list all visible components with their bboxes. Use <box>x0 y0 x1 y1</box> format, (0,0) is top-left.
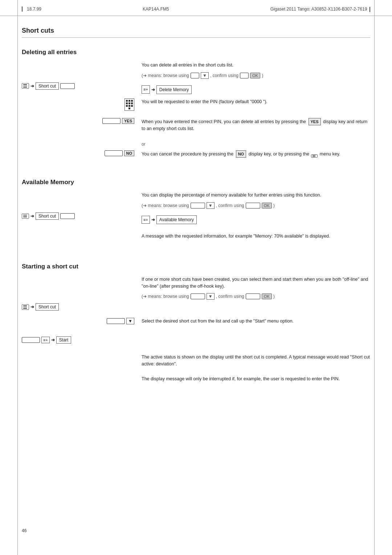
menu-ref-text: menu key. <box>320 151 340 157</box>
interrupt-text: The display message will only be interru… <box>142 376 370 382</box>
starting-left-empty <box>22 276 138 302</box>
down-arrow-left: ▼ <box>22 318 138 324</box>
yes-row: YES When you have entered the correct PI… <box>22 118 370 132</box>
starting-nav-row: ➔ Short cut <box>22 303 370 311</box>
no-text: You can cancel the procedure by pressing… <box>138 150 370 158</box>
memory-result-block: A message with the requested information… <box>22 233 370 243</box>
or-row: or <box>22 139 370 149</box>
active-left <box>22 354 138 386</box>
start-btn: Start <box>56 336 71 344</box>
yes-line-btn <box>102 118 121 124</box>
ok-label-1: OK <box>250 73 260 78</box>
start-left: ≡+ ➔ Start <box>22 336 138 344</box>
memory-result-right: A message with the requested information… <box>138 233 370 243</box>
eq-plus-icon-1: ≡+ <box>142 85 150 94</box>
deleting-nav-left: ➔ Short cut <box>22 82 138 90</box>
section-heading-deleting: Deleting all entries <box>22 49 370 56</box>
no-key: NO <box>124 150 135 156</box>
header-date: 18.7.99 <box>27 7 41 12</box>
no-left: NO <box>22 150 138 156</box>
deleting-confirm-text: , confirm using <box>210 73 238 78</box>
page-header: 18.7.99 KAP14A.FM5 Gigaset 2011 Tango: A… <box>0 0 392 16</box>
deleting-nav-row: ➔ Short cut ≡+ ➔ Delete Memory <box>22 82 370 97</box>
no-row: NO You can cancel the procedure by press… <box>22 150 370 158</box>
memory-browse-text: (➔ means: browse using <box>142 203 189 208</box>
down-arrow-icon-2: ▼ <box>207 202 215 209</box>
no-line-btn <box>105 150 123 156</box>
starting-intro-block: If one or more short cuts have been crea… <box>22 276 370 302</box>
starting-nav-left: ➔ Short cut <box>22 303 138 311</box>
side-rule-right <box>374 0 375 555</box>
memory-intro-text: You can display the percentage of memory… <box>142 192 370 199</box>
yes-key: YES <box>122 118 134 124</box>
active-right: The active status is shown on the displa… <box>138 354 370 386</box>
ok-label-2: OK <box>262 203 272 208</box>
available-memory-row: ≡+ ➔ Available Memory <box>142 215 370 224</box>
keypad-row: You will be requested to enter the PIN (… <box>22 98 370 111</box>
memory-left-empty <box>22 192 138 211</box>
down-select-text: Select the desired short cut from the li… <box>138 318 370 325</box>
page-container: 18.7.99 KAP14A.FM5 Gigaset 2011 Tango: A… <box>0 0 392 555</box>
arrow-2: ➔ <box>151 86 155 93</box>
memory-nav-row: ➔ Short cut ≡+ ➔ Available Memory <box>22 212 370 227</box>
memory-intro-right: You can display the percentage of memory… <box>138 192 370 211</box>
confirm-blank-btn-3 <box>246 293 260 299</box>
starting-intro-text: If one or more short cuts have been crea… <box>142 276 370 290</box>
arrow-6: ➔ <box>51 337 55 343</box>
memory-confirm-text: , confirm using <box>216 203 244 208</box>
deleting-browse-text: (➔ means: browse using <box>142 73 189 78</box>
confirm-blank-btn-2 <box>246 203 260 208</box>
eq-plus-icon-3: ≡+ <box>41 337 50 343</box>
shortcut-btn-1: Short cut <box>36 82 59 90</box>
deleting-intro-text: You can delete all entries in the short … <box>142 62 370 69</box>
down-arrow-row: ▼ Select the desired short cut from the … <box>22 318 370 325</box>
section-heading-starting: Starting a short cut <box>22 263 370 270</box>
close-paren-1: ) <box>262 73 263 78</box>
page-title: Short cuts <box>22 27 370 38</box>
shortcut-btn-2: Short cut <box>36 212 59 220</box>
blank-btn-2 <box>60 213 75 219</box>
blank-line-3 <box>107 318 125 324</box>
or-text: or <box>142 141 370 147</box>
header-file: KAP14A.FM5 <box>143 7 169 12</box>
header-product: Gigaset 2011 Tango: A30852-X1106-B307-2-… <box>270 7 370 12</box>
page-number: 46 <box>22 528 26 533</box>
or-right: or <box>138 139 370 149</box>
arrow-3: ➔ <box>30 214 34 219</box>
active-text: The active status is shown on the displa… <box>142 354 370 368</box>
arrow-5: ➔ <box>30 304 34 309</box>
section-heading-memory: Available Memory <box>22 179 370 186</box>
header-product-text: Gigaset 2011 Tango: A30852-X1106-B307-2-… <box>270 7 367 12</box>
start-row: ≡+ ➔ Start <box>22 336 370 344</box>
eq-plus-icon-2: ≡+ <box>142 216 150 224</box>
blank-line-4 <box>22 337 40 343</box>
deleting-nav-right: ≡+ ➔ Delete Memory <box>138 82 370 97</box>
menu-icon-3 <box>22 304 29 310</box>
confirm-blank-btn <box>240 73 249 78</box>
side-rule-left <box>17 0 18 555</box>
down-arrow-icon: ▼ <box>201 72 209 79</box>
delete-memory-row: ≡+ ➔ Delete Memory <box>142 85 370 94</box>
memory-intro-block: You can display the percentage of memory… <box>22 192 370 211</box>
menu-icon-1 <box>22 83 29 89</box>
down-arrow-icon-3: ▼ <box>207 293 215 300</box>
delete-memory-btn: Delete Memory <box>156 85 192 94</box>
header-right-rule <box>369 7 370 12</box>
yes-key-inline: YES <box>309 118 321 126</box>
available-memory-btn: Available Memory <box>156 215 197 224</box>
no-key-inline: NO <box>236 150 246 158</box>
deleting-intro-block: You can delete all entries in the short … <box>22 62 370 81</box>
menu-icon-2 <box>22 214 29 219</box>
shortcut-btn-3: Short cut <box>36 303 59 311</box>
header-rule <box>22 7 23 12</box>
deleting-left-empty <box>22 62 138 81</box>
blank-btn-1 <box>60 83 75 89</box>
starting-browse-hint: (➔ means: browse using ▼ , confirm using… <box>142 293 370 300</box>
browse-blank-btn-3 <box>191 293 205 299</box>
yes-text-1: When you have entered the correct PIN, y… <box>142 119 306 124</box>
header-left: 18.7.99 <box>22 7 41 12</box>
down-arrow-key: ▼ <box>126 318 134 324</box>
starting-intro-right: If one or more short cuts have been crea… <box>138 276 370 302</box>
no-text-1: You can cancel the procedure by pressing… <box>142 151 233 157</box>
memory-result-left <box>22 233 138 243</box>
